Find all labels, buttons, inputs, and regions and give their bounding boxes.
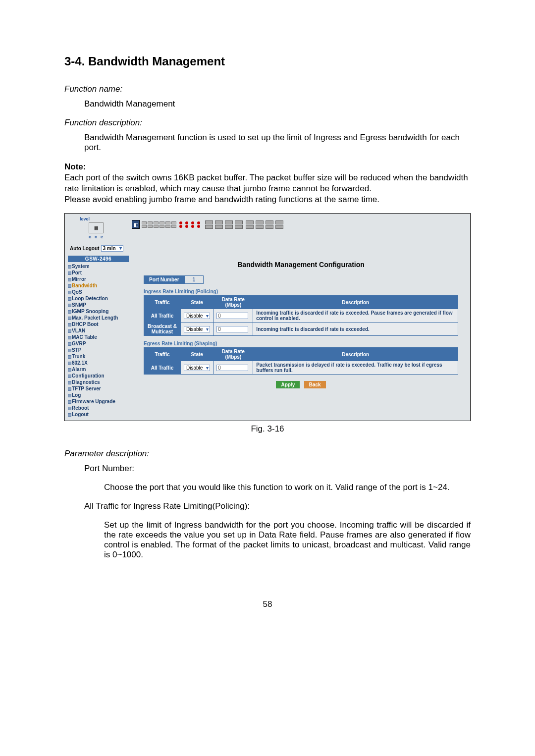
col-state: State: [181, 348, 214, 361]
note-label: Note:: [64, 162, 86, 171]
sidebar-item-reboot[interactable]: Reboot: [65, 405, 132, 411]
param-all-traffic-body: Set up the limit of Ingress bandwidth fo…: [64, 520, 471, 560]
state-select[interactable]: Disable: [184, 326, 210, 332]
sidebar-item-qos[interactable]: QoS: [65, 289, 132, 295]
data-rate-input[interactable]: 0: [216, 365, 248, 371]
sidebar-item-802-1x[interactable]: 802.1X: [65, 360, 132, 366]
sidebar-item-stp[interactable]: STP: [65, 347, 132, 353]
sidebar-item-bandwidth[interactable]: Bandwidth: [65, 282, 132, 289]
state-select[interactable]: Disable: [184, 365, 210, 371]
state-select[interactable]: Disable: [184, 313, 210, 319]
sidebar-item-system[interactable]: System: [65, 263, 132, 270]
sidebar-item-log[interactable]: Log: [65, 392, 132, 398]
sidebar-item-port[interactable]: Port: [65, 270, 132, 276]
back-button[interactable]: Back: [304, 381, 326, 388]
col-traffic: Traffic: [144, 296, 181, 309]
description-cell: Incoming traffic is discarded if rate is…: [253, 309, 458, 323]
function-description-value: Bandwidth Management function is used to…: [64, 133, 471, 153]
sidebar-item-alarm[interactable]: Alarm: [65, 366, 132, 373]
description-cell: Incoming traffic is discarded if rate is…: [253, 323, 458, 336]
sidebar-item-gvrp[interactable]: GVRP: [65, 340, 132, 347]
brand-text: level: [80, 216, 132, 221]
brand-subtext: o n e: [80, 234, 132, 239]
apply-button[interactable]: Apply: [276, 381, 300, 388]
col-rate: Data Rate (Mbps): [214, 348, 253, 361]
auto-logout-select[interactable]: 3 min: [101, 245, 123, 252]
col-description: Description: [253, 296, 458, 309]
logo-icon: ▦: [89, 222, 104, 233]
data-rate-input[interactable]: 0: [216, 313, 248, 319]
note-paragraph-1: Each port of the switch owns 16KB packet…: [64, 173, 468, 193]
sidebar-item-trunk[interactable]: Trunk: [65, 353, 132, 360]
page-number: 58: [64, 599, 471, 609]
sidebar-item-diagnostics[interactable]: Diagnostics: [65, 379, 132, 385]
function-description-label: Function description:: [64, 118, 471, 128]
table-row: All TrafficDisable0Packet transmission i…: [144, 361, 458, 375]
note-paragraph-2: Please avoid enabling jumbo frame and ba…: [64, 195, 379, 204]
col-state: State: [181, 296, 214, 309]
function-name-label: Function name:: [64, 84, 471, 94]
state-cell: Disable: [181, 309, 214, 323]
traffic-cell: All Traffic: [144, 361, 181, 375]
data-rate-input[interactable]: 0: [216, 326, 248, 332]
function-name-value: Bandwidth Management: [64, 99, 471, 109]
port-number-label: Port Number: [144, 275, 185, 284]
sidebar-item-max-packet-length[interactable]: Max. Packet Length: [65, 315, 132, 321]
brand-logo: level ▦ o n e: [65, 214, 132, 243]
sidebar-item-dhcp-boot[interactable]: DHCP Boot: [65, 321, 132, 327]
param-port-number-body: Choose the port that you would like this…: [64, 483, 471, 492]
rate-cell: 0: [214, 323, 253, 336]
sidebar-item-logout[interactable]: Logout: [65, 411, 132, 418]
sidebar: GSW-2496 SystemPortMirrorBandwidthQoSLoo…: [65, 254, 132, 421]
section-heading: 3-4. Bandwidth Management: [64, 54, 471, 68]
sidebar-item-mirror[interactable]: Mirror: [65, 276, 132, 282]
sidebar-item-mac-table[interactable]: MAC Table: [65, 334, 132, 340]
state-cell: Disable: [181, 361, 214, 375]
sidebar-item-vlan[interactable]: VLAN: [65, 327, 132, 334]
rate-cell: 0: [214, 361, 253, 375]
ingress-section-title: Ingress Rate Limiting (Policing): [144, 289, 458, 294]
table-row: All TrafficDisable0Incoming traffic is d…: [144, 309, 458, 323]
egress-section-title: Egress Rate Limiting (Shaping): [144, 341, 458, 346]
sidebar-item-snmp[interactable]: SNMP: [65, 302, 132, 308]
sidebar-item-firmware-upgrade[interactable]: Firmware Upgrade: [65, 398, 132, 405]
traffic-cell: Broadcast & Multicast: [144, 323, 181, 336]
table-row: Broadcast & MulticastDisable0Incoming tr…: [144, 323, 458, 336]
traffic-cell: All Traffic: [144, 309, 181, 323]
main-panel: Bandwidth Management Configuration Port …: [132, 254, 470, 395]
col-description: Description: [253, 348, 458, 361]
col-traffic: Traffic: [144, 348, 181, 361]
param-all-traffic-title: All Traffic for Ingress Rate Limiting(Po…: [64, 501, 471, 511]
auto-logout-label: Auto Logout: [70, 246, 99, 251]
sidebar-device-header: GSW-2496: [68, 256, 129, 262]
param-port-number-title: Port Number:: [64, 464, 471, 474]
rate-cell: 0: [214, 309, 253, 323]
parameter-description-label: Parameter description:: [64, 449, 471, 459]
sidebar-item-configuration[interactable]: Configuration: [65, 373, 132, 379]
sidebar-item-loop-detection[interactable]: Loop Detection: [65, 295, 132, 302]
sidebar-item-igmp-snooping[interactable]: IGMP Snooping: [65, 308, 132, 315]
switch-front-panel: ◧: [132, 216, 470, 233]
app-screenshot: level ▦ o n e ◧: [64, 213, 471, 421]
col-rate: Data Rate (Mbps): [214, 296, 253, 309]
sidebar-item-tftp-server[interactable]: TFTP Server: [65, 385, 132, 392]
figure-caption: Fig. 3-16: [64, 424, 471, 434]
port-number-value[interactable]: 1: [185, 275, 204, 284]
description-cell: Packet transmission is delayed if rate i…: [253, 361, 458, 375]
ingress-table: Traffic State Data Rate (Mbps) Descripti…: [144, 295, 458, 336]
page-title: Bandwidth Management Configuration: [144, 261, 458, 269]
state-cell: Disable: [181, 323, 214, 336]
switch-lcd-icon: ◧: [132, 220, 140, 229]
egress-table: Traffic State Data Rate (Mbps) Descripti…: [144, 347, 458, 375]
